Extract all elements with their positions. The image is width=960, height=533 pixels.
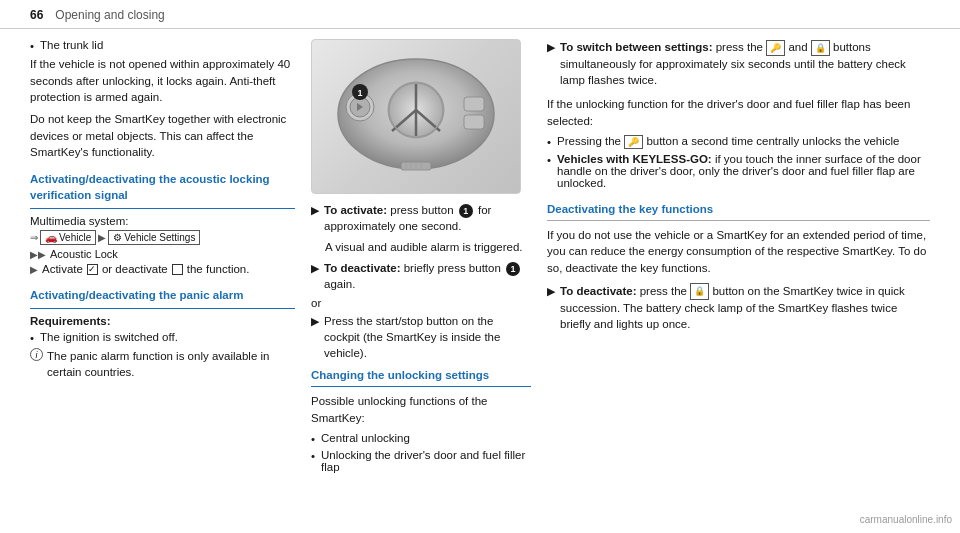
requirements-label: Requirements: [30, 315, 295, 327]
switch-step: ▶ To switch between settings: press the … [547, 39, 930, 88]
bullet-central: • Central unlocking [311, 432, 531, 445]
info-line: i The panic alarm function is only avail… [30, 348, 295, 380]
to-deactivate-again: again. [324, 278, 355, 290]
req-bullet1: • The ignition is switched off. [30, 331, 295, 344]
changing-divider [311, 386, 531, 387]
bullet-driver: • Unlocking the driver's door and fuel f… [311, 449, 531, 473]
circle-num-1b: 1 [506, 262, 520, 276]
to-activate-text: press button [390, 204, 453, 216]
switch-bold: To switch between settings: [560, 41, 713, 53]
bullet-dot: • [30, 40, 34, 52]
deactivate-bold: To deactivate: [560, 285, 636, 297]
nav-vehicle-icon: 🚗 [45, 232, 57, 243]
checkbox-checked [87, 264, 98, 275]
or-line: or [311, 297, 531, 309]
multimedia-label: Multimedia system: [30, 215, 295, 227]
nav-vehicle-settings-box: ⚙ Vehicle Settings [108, 230, 200, 245]
arrow-sym2: ▶ [311, 261, 319, 276]
keyless-text: Vehicles with KEYLESS-GO: if you touch t… [557, 153, 930, 189]
nav-acoustic-lock: Acoustic Lock [50, 248, 118, 260]
changing-title: Changing the unlocking settings [311, 369, 531, 381]
key-image-box: 1 [311, 39, 521, 194]
step-activate-text: To activate: press button 1 for approxim… [324, 202, 531, 234]
right-col: ▶ To switch between settings: press the … [547, 39, 930, 523]
deactivate-step-text: To deactivate: press the 🔒 button on the… [560, 283, 930, 332]
to-deactivate-bold: To deactivate: [324, 262, 400, 274]
the-function: the function. [187, 263, 250, 275]
step-press-start: ▶ Press the start/stop button on the coc… [311, 313, 531, 361]
svg-rect-11 [464, 97, 484, 111]
nav-settings-icon: ⚙ [113, 232, 122, 243]
step-activate: ▶ To activate: press button 1 for approx… [311, 202, 531, 234]
bullet-dot6: • [547, 154, 551, 166]
activate-label: Activate [42, 263, 83, 275]
page-number: 66 [30, 8, 43, 22]
nav-vehicle-box: 🚗 Vehicle [40, 230, 96, 245]
switch-text: press the [716, 41, 763, 53]
bullet-dot4: • [311, 450, 315, 462]
section1-divider [30, 208, 295, 209]
bullet-central-text: Central unlocking [321, 432, 410, 444]
bullet-dot5: • [547, 136, 551, 148]
key-box3: 🔑 [624, 135, 643, 149]
possible-text: Possible unlocking functions of the Smar… [311, 393, 531, 426]
pressing-bullet: • Pressing the 🔑 button a second time ce… [547, 135, 930, 149]
deactivate-step: ▶ To deactivate: press the 🔒 button on t… [547, 283, 930, 332]
step-deactivate: ▶ To deactivate: briefly press button 1 … [311, 260, 531, 292]
info-icon: i [30, 348, 43, 361]
nav-vehicle-settings-label: Vehicle Settings [124, 232, 195, 243]
section2-heading: Activating/deactivating the panic alarm [30, 287, 295, 303]
page-header: 66 Opening and closing [0, 0, 960, 29]
bullet-dot2: • [30, 332, 34, 344]
deactivate-heading: Deactivating the key functions [547, 203, 930, 215]
key-box2: 🔒 [811, 40, 830, 57]
switch-section: ▶ To switch between settings: press the … [547, 39, 930, 88]
to-deactivate-text: briefly press button [404, 262, 501, 274]
left-col: • The trunk lid If the vehicle is not op… [30, 39, 295, 523]
arrow-activate: ▶ [30, 264, 38, 275]
visual-alarm-text: A visual and audible alarm is triggered. [325, 239, 531, 256]
section1-heading: Activating/deactivating the acoustic loc… [30, 171, 295, 203]
arrow-sym3: ▶ [311, 314, 319, 329]
svg-text:1: 1 [357, 88, 362, 98]
nav-vehicle-label: Vehicle [59, 232, 91, 243]
bullet-driver-text: Unlocking the driver's door and fuel fil… [321, 449, 531, 473]
req-bullet1-text: The ignition is switched off. [40, 331, 178, 343]
keyless-bullet: • Vehicles with KEYLESS-GO: if you touch… [547, 153, 930, 189]
section2-divider [30, 308, 295, 309]
circle-num-1a: 1 [459, 204, 473, 218]
keyless-bold: Vehicles with KEYLESS-GO: [557, 153, 712, 165]
trunk-bullet: • The trunk lid [30, 39, 295, 52]
para2: Do not keep the SmartKey together with e… [30, 111, 295, 161]
main-content: • The trunk lid If the vehicle is not op… [0, 29, 960, 533]
to-activate-bold: To activate: [324, 204, 387, 216]
step-deactivate-text: To deactivate: briefly press button 1 ag… [324, 260, 531, 292]
switch-text-container: To switch between settings: press the 🔑 … [560, 39, 930, 88]
page-container: 66 Opening and closing • The trunk lid I… [0, 0, 960, 533]
nav-arrow2: ▶ [98, 232, 106, 243]
pressing-bold-text: Pressing the [557, 135, 621, 147]
switch-and: and [788, 41, 807, 53]
activate-line: ▶ Activate or deactivate the function. [30, 263, 295, 275]
req-info-text: The panic alarm function is only availab… [47, 348, 295, 380]
pressing-text: Pressing the 🔑 button a second time cent… [557, 135, 899, 149]
checkbox-empty [172, 264, 183, 275]
bullet-dot3: • [311, 433, 315, 445]
svg-rect-12 [464, 115, 484, 129]
or-deactivate: or deactivate [102, 263, 168, 275]
nav-path: ⇒ 🚗 Vehicle ▶ ⚙ Vehicle Settings [30, 230, 295, 245]
nav-arrow1: ⇒ [30, 232, 38, 243]
watermark: carmanualonline.info [860, 514, 952, 525]
arrow-sym4: ▶ [547, 40, 555, 55]
trunk-text: The trunk lid [40, 39, 103, 51]
page-title-header: Opening and closing [55, 8, 164, 22]
nav-arrow3: ▶▶ [30, 249, 46, 260]
para1: If the vehicle is not opened within appr… [30, 56, 295, 106]
arrow-sym1: ▶ [311, 203, 319, 218]
press-start-text: Press the start/stop button on the cockp… [324, 313, 531, 361]
deactivate-divider [547, 220, 930, 221]
key-box4: 🔒 [690, 283, 709, 300]
key-box1: 🔑 [766, 40, 785, 57]
nav-path2: ▶▶ Acoustic Lock [30, 248, 295, 260]
deactivate-intro: If you do not use the vehicle or a Smart… [547, 227, 930, 277]
